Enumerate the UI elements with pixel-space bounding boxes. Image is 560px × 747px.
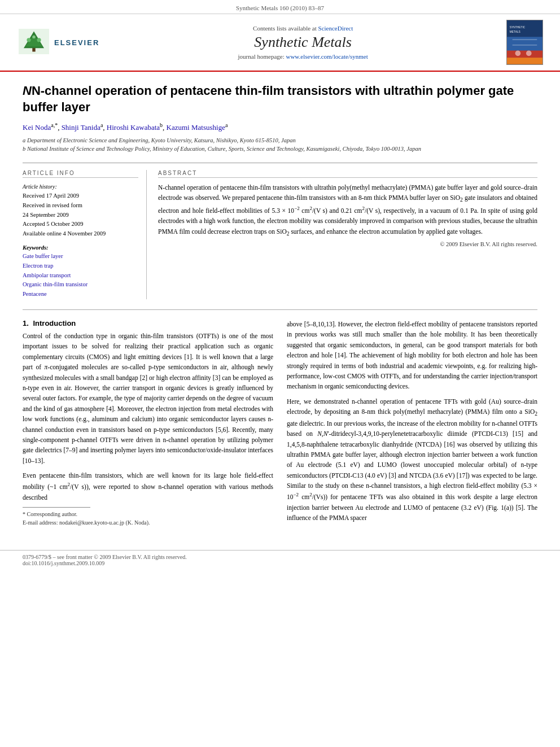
keyword-5[interactable]: Pentacene [23, 290, 138, 299]
body-two-col: 1. Introduction Control of the conductio… [23, 319, 537, 527]
affil2: b National Institute of Science and Tech… [23, 145, 537, 154]
svg-rect-10 [507, 58, 542, 64]
intro-para2: Even pentacene thin-film transistors, wh… [23, 470, 273, 503]
svg-rect-9 [507, 51, 542, 59]
article-info-col: ARTICLE INFO Article history: Received 1… [23, 170, 147, 299]
info-abstract-section: ARTICLE INFO Article history: Received 1… [23, 163, 537, 299]
keywords-label: Keywords: [23, 244, 138, 251]
elsevier-logo-img [17, 29, 51, 56]
page-wrapper: Synthetic Metals 160 (2010) 83–87 [0, 0, 560, 747]
journal-header-center: Contents lists available at ScienceDirec… [99, 25, 506, 60]
keyword-4[interactable]: Organic thin-film transistor [23, 280, 138, 290]
body-divider [23, 309, 537, 310]
issn-line: 0379-6779/$ – see front matter © 2009 El… [23, 554, 537, 560]
author-kawabata[interactable]: Hiroshi Kawabata [107, 124, 160, 132]
svg-point-6 [32, 35, 35, 38]
footnote-divider [23, 507, 90, 508]
abstract-text: N-channel operation of pentacene thin-fi… [158, 182, 537, 238]
top-bar: Synthetic Metals 160 (2010) 83–87 [0, 0, 560, 14]
article-title: NN-channel operation of pentacene thin-f… [23, 83, 537, 115]
journal-citation: Synthetic Metals 160 (2010) 83–87 [236, 5, 324, 11]
journal-cover-thumbnail: SYNTHETIC METALS [506, 20, 543, 65]
article-info-heading: ARTICLE INFO [23, 170, 138, 178]
abstract-heading: ABSTRACT [158, 170, 537, 178]
svg-text:METALS: METALS [510, 30, 520, 33]
article-content: NN-channel operation of pentacene thin-f… [0, 72, 560, 544]
svg-point-4 [27, 38, 30, 42]
keyword-3[interactable]: Ambipolar transport [23, 271, 138, 281]
svg-point-15 [515, 51, 521, 56]
body-col-right: above [5–8,10,13]. However, the electron… [287, 319, 537, 527]
article-history: Article history: Received 17 April 2009 … [23, 182, 138, 239]
journal-title: Synthetic Metals [99, 34, 506, 51]
footnote-star: * Corresponding author. E-mail address: … [23, 510, 273, 527]
body-col-left: 1. Introduction Control of the conductio… [23, 319, 273, 527]
right-para1: above [5–8,10,13]. However, the electron… [287, 319, 537, 392]
available-date: Available online 4 November 2009 [23, 229, 138, 239]
svg-point-5 [37, 38, 41, 42]
elsevier-wordmark: ELSEVIER [54, 38, 99, 47]
svg-point-16 [526, 51, 532, 56]
svg-text:SYNTHETIC: SYNTHETIC [510, 26, 526, 29]
copyright-line: © 2009 Elsevier B.V. All rights reserved… [158, 241, 537, 247]
accepted-date: Accepted 5 October 2009 [23, 220, 138, 229]
elsevier-logo-area: ELSEVIER [17, 29, 99, 56]
revised-label: Received in revised form [23, 201, 138, 211]
sciencedirect-link[interactable]: ScienceDirect [318, 25, 353, 32]
journal-header: ELSEVIER Contents lists available at Sci… [0, 14, 560, 72]
received-date: Received 17 April 2009 [23, 191, 138, 201]
affil1: a Department of Electronic Science and E… [23, 136, 537, 145]
abstract-col: ABSTRACT N-channel operation of pentacen… [158, 170, 537, 299]
author-noda[interactable]: Kei Noda [23, 124, 51, 132]
contents-line: Contents lists available at ScienceDirec… [99, 25, 506, 32]
right-para2: Here, we demonstrated n-channel operatio… [287, 396, 537, 523]
revised-date: 24 September 2009 [23, 211, 138, 220]
affiliations: a Department of Electronic Science and E… [23, 136, 537, 154]
doi-line: doi:10.1016/j.synthmet.2009.10.009 [23, 560, 537, 566]
keyword-1[interactable]: Gate buffer layer [23, 252, 138, 261]
history-label: Article history: [23, 182, 138, 191]
keywords-block: Keywords: Gate buffer layer Electron tra… [23, 244, 138, 299]
intro-para1: Control of the conduction type in organi… [23, 331, 273, 466]
journal-homepage: journal homepage: www.elsevier.com/locat… [99, 53, 506, 60]
bottom-bar: 0379-6779/$ – see front matter © 2009 El… [0, 550, 560, 570]
author-matsushige[interactable]: Kazumi Matsushige [167, 124, 225, 132]
keyword-2[interactable]: Electron trap [23, 261, 138, 271]
authors-line: Kei Nodaa,*, Shinji Tanidaa, Hiroshi Kaw… [23, 122, 537, 132]
keywords-list: Gate buffer layer Electron trap Ambipola… [23, 252, 138, 299]
intro-heading: 1. Introduction [23, 319, 273, 327]
journal-url[interactable]: www.elsevier.com/locate/synmet [286, 53, 368, 60]
author-tanida[interactable]: Shinji Tanida [62, 124, 100, 132]
